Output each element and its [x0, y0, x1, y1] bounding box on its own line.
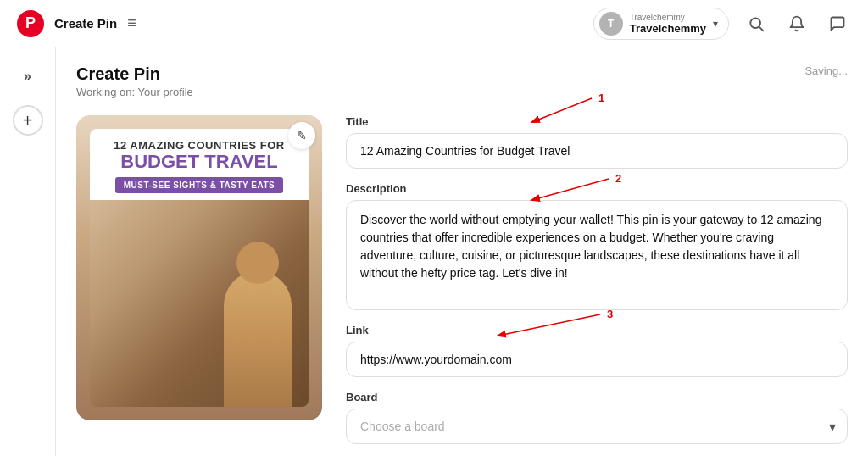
- title-field-group: Title: [346, 115, 848, 169]
- pin-overlay: 12 amazing countries for BUDGET TRAVEL M…: [76, 115, 322, 420]
- page-title: Create Pin: [76, 64, 193, 84]
- avatar: T: [599, 12, 623, 36]
- pin-photo: [90, 200, 309, 407]
- pin-text-2: BUDGET TRAVEL: [100, 152, 298, 172]
- board-field-group: Board Choose a board ▾: [346, 391, 848, 444]
- pin-tag: MUST-SEE SIGHTS & TASTY EATS: [115, 177, 283, 193]
- header-right: T Travelchemmy Travelchemmy ▾: [593, 8, 851, 40]
- search-icon: [748, 15, 765, 32]
- saving-status: Saving...: [804, 64, 848, 77]
- bell-icon: [788, 15, 805, 32]
- pin-text-1: 12 amazing countries for: [100, 139, 298, 152]
- sidebar-add-button[interactable]: +: [13, 105, 43, 136]
- user-chip[interactable]: T Travelchemmy Travelchemmy ▾: [593, 8, 729, 40]
- header: P Create Pin ≡ T Travelchemmy Travelchem…: [0, 0, 868, 47]
- menu-icon[interactable]: ≡: [127, 14, 136, 32]
- person-head: [236, 242, 279, 284]
- sidebar-expand-button[interactable]: »: [13, 61, 43, 92]
- notifications-button[interactable]: [783, 10, 810, 37]
- pinterest-logo[interactable]: P: [17, 10, 44, 37]
- user-name-large: Travelchemmy: [630, 22, 706, 35]
- title-label: Title: [346, 115, 848, 128]
- header-left: P Create Pin ≡: [17, 10, 136, 37]
- page-header: Create Pin Working on: Your profile Savi…: [76, 64, 848, 98]
- edit-image-button[interactable]: ✎: [288, 122, 315, 149]
- svg-point-0: [750, 18, 760, 28]
- header-title: Create Pin: [54, 16, 117, 31]
- title-input[interactable]: [346, 133, 848, 169]
- board-select-wrapper: Choose a board ▾: [346, 409, 848, 444]
- pin-top-section: 12 amazing countries for BUDGET TRAVEL M…: [90, 129, 309, 200]
- chevron-down-icon: ▾: [713, 18, 718, 30]
- link-input[interactable]: [346, 342, 848, 377]
- user-name-small: Travelchemmy: [630, 13, 706, 22]
- form-fields: 1 2 3 Title: [346, 115, 848, 444]
- content-area: Create Pin Working on: Your profile Savi…: [56, 47, 868, 456]
- pin-image-preview: 12 amazing countries for BUDGET TRAVEL M…: [76, 115, 322, 420]
- search-button[interactable]: [743, 10, 770, 37]
- page-subtitle: Working on: Your profile: [76, 86, 193, 98]
- svg-line-1: [760, 27, 763, 31]
- sidebar: » +: [0, 47, 56, 456]
- message-icon: [829, 15, 846, 32]
- person-silhouette: [224, 271, 292, 407]
- description-label: Description: [346, 182, 848, 195]
- pin-image-inner: 12 amazing countries for BUDGET TRAVEL M…: [76, 115, 322, 420]
- messages-button[interactable]: [824, 10, 851, 37]
- description-input[interactable]: [346, 200, 848, 310]
- link-label: Link: [346, 324, 848, 336]
- user-info: Travelchemmy Travelchemmy: [630, 13, 706, 35]
- main-container: » + Create Pin Working on: Your profile …: [0, 47, 868, 456]
- link-field-group: Link: [346, 324, 848, 377]
- board-label: Board: [346, 391, 848, 403]
- board-select[interactable]: Choose a board: [346, 409, 848, 444]
- description-field-group: Description: [346, 182, 848, 310]
- page-title-group: Create Pin Working on: Your profile: [76, 64, 193, 98]
- content-body: 12 amazing countries for BUDGET TRAVEL M…: [76, 115, 848, 444]
